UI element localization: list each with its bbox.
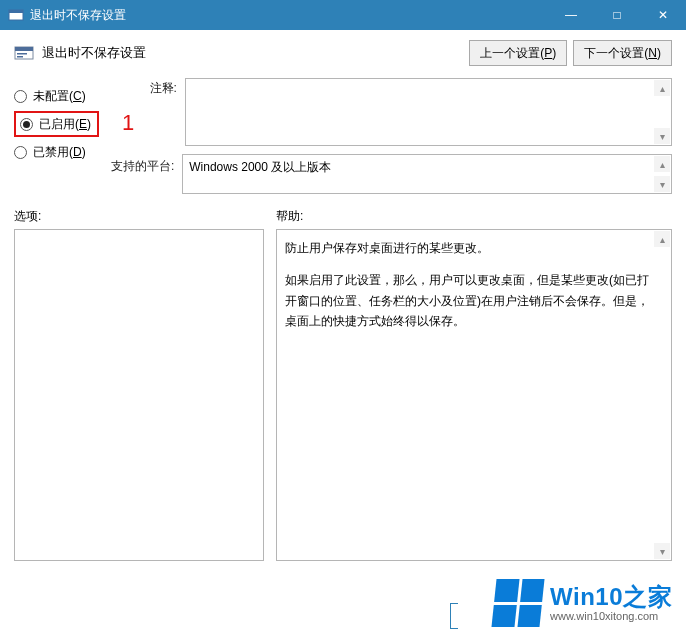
page-title: 退出时不保存设置 (42, 44, 463, 62)
title-bar: 退出时不保存设置 — □ ✕ (0, 0, 686, 30)
close-button[interactable]: ✕ (640, 0, 686, 30)
minimize-button[interactable]: — (548, 0, 594, 30)
radio-enabled[interactable]: 已启用(E) (20, 114, 93, 135)
supported-platform-box: Windows 2000 及以上版本 ▴ ▾ (182, 154, 672, 194)
supported-platform-value: Windows 2000 及以上版本 (189, 159, 331, 176)
watermark-brand: Win10之家 (550, 584, 672, 610)
comment-label: 注释: (142, 78, 185, 97)
truncated-button-edge (450, 603, 458, 629)
radio-icon (20, 118, 33, 131)
help-paragraph: 如果启用了此设置，那么，用户可以更改桌面，但是某些更改(如已打开窗口的位置、任务… (285, 270, 653, 331)
svg-rect-5 (17, 56, 23, 58)
next-setting-button[interactable]: 下一个设置(N) (573, 40, 672, 66)
supported-platform-label: 支持的平台: (108, 154, 182, 175)
svg-rect-1 (9, 10, 23, 13)
scroll-down-icon[interactable]: ▾ (654, 176, 670, 192)
help-paragraph: 防止用户保存对桌面进行的某些更改。 (285, 238, 653, 258)
window-title: 退出时不保存设置 (30, 7, 548, 24)
previous-setting-button[interactable]: 上一个设置(P) (469, 40, 567, 66)
scroll-down-icon[interactable]: ▾ (654, 128, 670, 144)
scroll-down-icon[interactable]: ▾ (654, 543, 670, 559)
svg-rect-4 (17, 53, 27, 55)
annotation-highlight: 已启用(E) (14, 111, 99, 137)
header-row: 退出时不保存设置 上一个设置(P) 下一个设置(N) (14, 40, 672, 66)
help-label: 帮助: (276, 208, 672, 225)
help-panel: 防止用户保存对桌面进行的某些更改。 如果启用了此设置，那么，用户可以更改桌面，但… (276, 229, 672, 561)
annotation-marker: 1 (122, 110, 134, 136)
options-label: 选项: (14, 208, 264, 225)
maximize-button[interactable]: □ (594, 0, 640, 30)
scroll-up-icon[interactable]: ▴ (654, 156, 670, 172)
radio-icon (14, 146, 27, 159)
options-panel (14, 229, 264, 561)
watermark: Win10之家 www.win10xitong.com (494, 579, 672, 627)
comment-textarea[interactable]: ▴ ▾ (185, 78, 672, 146)
radio-not-configured[interactable]: 未配置(C) (14, 82, 134, 110)
policy-icon (14, 43, 34, 63)
app-icon (8, 7, 24, 23)
svg-rect-3 (15, 47, 33, 51)
watermark-url: www.win10xitong.com (550, 610, 672, 622)
scroll-up-icon[interactable]: ▴ (654, 80, 670, 96)
scroll-up-icon[interactable]: ▴ (654, 231, 670, 247)
radio-icon (14, 90, 27, 103)
windows-logo-icon (492, 579, 545, 627)
